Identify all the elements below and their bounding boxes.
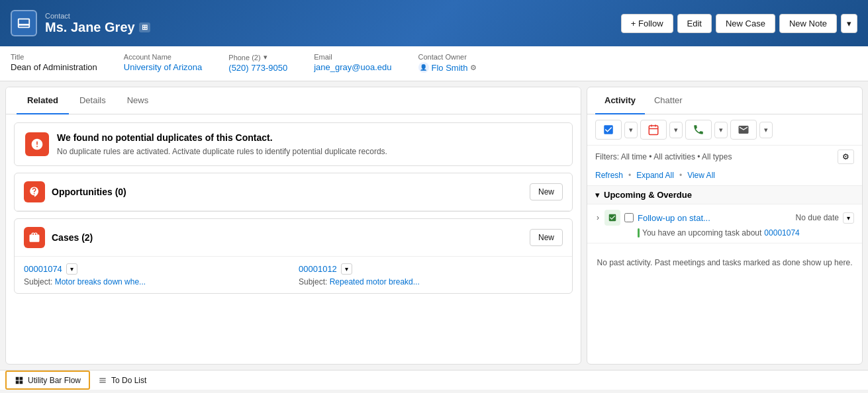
svg-rect-0 [649,126,658,135]
more-actions-dropdown[interactable]: ▾ [841,14,857,33]
left-tabs-bar: Related Details News [6,87,581,114]
case-dropdown-0[interactable]: ▾ [66,263,77,275]
call-btn[interactable] [685,120,712,140]
case-dropdown-1[interactable]: ▾ [341,263,352,275]
email-label: Email [314,53,391,61]
header-left: Contact Ms. Jane Grey ⊞ [11,10,150,36]
tab-related[interactable]: Related [17,87,69,114]
opportunities-icon [24,181,45,202]
case-id-link-1[interactable]: 00001012 [299,264,337,274]
info-bar: Title Dean of Administration Account Nam… [0,46,868,81]
view-all-link[interactable]: View All [687,171,715,180]
phone-field: Phone (2) ▾ (520) 773-9050 [228,53,287,73]
duplicate-icon [25,132,49,156]
activity-date-0: No due date [796,213,839,222]
edit-button[interactable]: Edit [677,14,712,33]
header-actions: + Follow Edit New Case New Note ▾ [621,14,857,33]
task-dropdown[interactable]: ▾ [624,122,638,138]
event-dropdown[interactable]: ▾ [669,122,683,138]
filters-row: Filters: All time • All activities • All… [587,146,862,168]
activity-item-0: › Follow-up on stat... No due date ▾ You… [587,204,862,243]
cases-new-button[interactable]: New [530,229,563,246]
utility-item-flow[interactable]: Utility Bar Flow [5,371,90,390]
account-field: Account Name University of Arizona [124,53,203,73]
tab-details[interactable]: Details [69,87,117,114]
owner-field: Contact Owner 👤 Flo Smith ⚙ [418,53,477,73]
contact-icon [11,10,37,36]
actions-row: Refresh • Expand All • View All [587,168,862,185]
owner-link[interactable]: Flo Smith [432,63,468,73]
account-link[interactable]: University of Arizona [124,62,203,72]
call-dropdown[interactable]: ▾ [714,122,728,138]
activity-toolbar: ▾ ▾ ▾ ▾ [587,114,862,146]
phone-link[interactable]: (520) 773-9050 [228,63,287,73]
activity-item-row-0: › Follow-up on stat... No due date ▾ [595,210,854,226]
case-id-link-0[interactable]: 00001074 [24,264,62,274]
owner-row: 👤 Flo Smith ⚙ [418,62,477,73]
duplicate-title: We found no potential duplicates of this… [57,132,387,143]
case-subject-0: Subject: Motor breaks down whe... [24,277,288,286]
activity-checkbox-0[interactable] [624,213,634,222]
filters-text: Filters: All time • All activities • All… [595,152,732,161]
opportunities-section: Opportunities (0) New [14,173,573,212]
owner-avatar-icon: 👤 [418,62,429,73]
cases-header-left: Cases (2) [24,227,93,248]
left-panel: Related Details News We found no potenti… [5,87,581,365]
account-label: Account Name [124,53,203,61]
filters-gear-btn[interactable]: ⚙ [838,150,854,164]
title-field: Title Dean of Administration [11,53,97,73]
activity-expand-btn-0[interactable]: › [595,213,601,222]
activity-sub-link-0[interactable]: 00001074 [764,228,799,238]
name-icon-btn[interactable]: ⊞ [139,22,150,32]
cases-icon [24,227,45,248]
opportunities-title: Opportunities (0) [52,187,126,197]
refresh-link[interactable]: Refresh [595,171,623,180]
phone-label: Phone (2) ▾ [228,53,287,62]
cases-body: 00001074 ▾ Subject: Motor breaks down wh… [15,257,572,293]
tab-news[interactable]: News [117,87,160,114]
duplicate-notice: We found no potential duplicates of this… [14,122,573,166]
activity-title-link-0[interactable]: Follow-up on stat... [638,213,792,223]
expand-all-link[interactable]: Expand All [636,171,674,180]
email-link[interactable]: jane_gray@uoa.edu [314,62,391,72]
right-tabs-bar: Activity Chatter [587,87,862,114]
duplicate-desc: No duplicate rules are activated. Activa… [57,147,387,156]
utility-item-todo[interactable]: To Do List [90,371,154,390]
activity-item-dropdown-0[interactable]: ▾ [843,212,854,224]
contact-name: Ms. Jane Grey ⊞ [45,20,150,35]
cases-row: 00001074 ▾ Subject: Motor breaks down wh… [24,263,563,286]
main-content: Related Details News We found no potenti… [0,81,868,370]
email-dropdown[interactable]: ▾ [759,122,773,138]
opportunities-header: Opportunities (0) New [15,173,572,211]
title-label: Title [11,53,97,61]
no-past-activity: No past activity. Past meetings and task… [587,243,862,282]
upcoming-section-title: Upcoming & Overdue [604,190,692,200]
new-case-button[interactable]: New Case [716,14,775,33]
top-header: Contact Ms. Jane Grey ⊞ + Follow Edit Ne… [0,0,868,46]
event-btn[interactable] [640,120,667,140]
email-field: Email jane_gray@uoa.edu [314,53,391,73]
cases-title: Cases (2) [52,232,93,243]
activity-type-icon-0 [604,210,620,226]
email-btn[interactable] [730,120,757,140]
new-note-button[interactable]: New Note [779,14,837,33]
follow-button[interactable]: + Follow [621,14,673,33]
task-btn[interactable] [595,120,622,140]
owner-label: Contact Owner [418,53,477,61]
duplicate-content: We found no potential duplicates of this… [57,132,387,156]
case-item-1: 00001012 ▾ Subject: Repeated motor break… [299,263,563,286]
case-link-row-0: 00001074 ▾ [24,263,288,275]
case-subject-link-0[interactable]: Motor breaks down whe... [55,277,146,286]
upcoming-collapse-header[interactable]: ▾ Upcoming & Overdue [587,185,862,204]
header-title-area: Contact Ms. Jane Grey ⊞ [45,12,150,35]
opportunities-header-left: Opportunities (0) [24,181,126,202]
case-subject-1: Subject: Repeated motor breakd... [299,277,563,286]
case-subject-link-1[interactable]: Repeated motor breakd... [330,277,420,286]
utility-bar: Utility Bar Flow To Do List [0,370,868,390]
opportunities-new-button[interactable]: New [530,183,563,200]
cases-section: Cases (2) New 00001074 ▾ Subject: [14,218,573,294]
tab-activity[interactable]: Activity [595,87,645,114]
right-panel: Activity Chatter ▾ ▾ ▾ ▾ Filters: All ti [587,87,863,365]
record-type-label: Contact [45,12,150,20]
tab-chatter[interactable]: Chatter [645,87,692,114]
